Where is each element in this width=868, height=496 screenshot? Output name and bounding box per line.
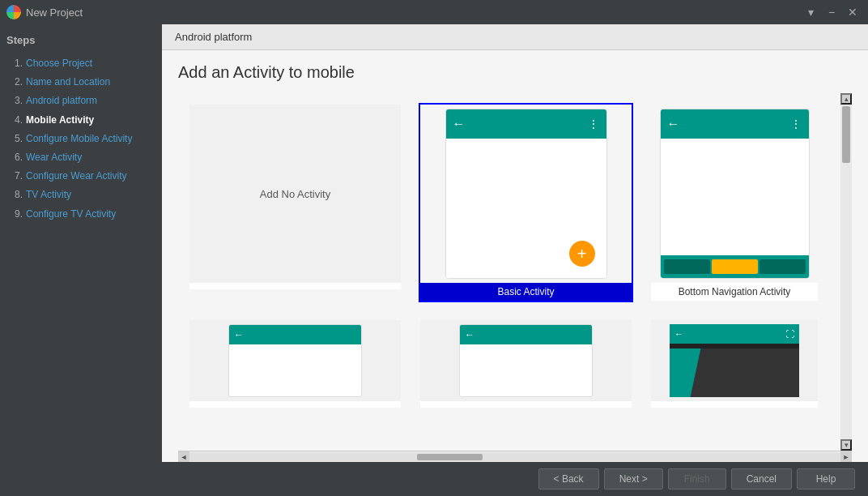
step-2: 2. Name and Location [6, 73, 155, 92]
small-phone-2: ← [459, 324, 593, 397]
empty-views-preview: ← [189, 320, 401, 401]
hscroll-thumb[interactable] [417, 454, 482, 460]
step-5-label[interactable]: Configure Mobile Activity [26, 131, 132, 147]
content-title: Add an Activity to mobile [178, 63, 852, 82]
window-close-button[interactable]: ✕ [844, 3, 862, 21]
step-3: 3. Android platform [6, 92, 155, 110]
bottom-nav-back-icon: ← [667, 117, 680, 131]
no-activity-label [189, 283, 401, 289]
fullscreen-expand-icon: ⛶ [785, 329, 794, 339]
vertical-scrollbar-thumb[interactable] [842, 106, 850, 163]
activity-bottom-nav[interactable]: ← ⋮ Bottom Naviga [649, 103, 819, 302]
fullscreen-preview: ← ⛶ [651, 320, 818, 401]
bottom-nav-preview: ← ⋮ [651, 105, 818, 283]
bottom-nav-phone-mockup: ← ⋮ [660, 109, 810, 279]
no-activity-preview: Add No Activity [189, 105, 401, 283]
step-1: 1. Choose Project [6, 54, 155, 73]
step-6-label[interactable]: Wear Activity [26, 150, 82, 165]
horizontal-scrollbar: ◄ ► [178, 451, 852, 462]
step-6: 6. Wear Activity [6, 148, 155, 167]
step-4: 4. Mobile Activity [6, 111, 155, 130]
basic-phone-body: + [446, 139, 606, 278]
sidebar: Steps 1. Choose Project 2. Name and Loca… [0, 24, 162, 462]
title-bar-left: New Project [6, 5, 83, 19]
hscroll-right-button[interactable]: ► [840, 451, 852, 463]
vertical-scrollbar-track [840, 105, 852, 439]
window-dropdown-button[interactable]: ▾ [802, 3, 819, 21]
step-9-label[interactable]: Configure TV Activity [26, 207, 116, 222]
content-panel: Android platform Add an Activity to mobi… [162, 24, 868, 462]
basic-activity-label: Basic Activity [420, 283, 632, 301]
scroll-up-button[interactable]: ▴ [840, 93, 852, 105]
nav-item-1 [664, 259, 710, 274]
basic-activity-preview: ← ⋮ + [420, 105, 632, 283]
step-8: 8. TV Activity [6, 186, 155, 204]
step-8-label[interactable]: TV Activity [26, 187, 71, 203]
menu-dots-icon: ⋮ [588, 118, 600, 130]
steps-list: 1. Choose Project 2. Name and Location 3… [6, 54, 155, 224]
fullscreen-back-icon: ← [674, 329, 683, 339]
small-phone-1: ← [228, 324, 362, 397]
back-button[interactable]: < Back [538, 468, 599, 490]
finish-button[interactable]: Finish [668, 468, 726, 490]
step-1-label[interactable]: Choose Project [26, 56, 92, 71]
content-header: Android platform [162, 24, 868, 50]
small-phone-1-header: ← [229, 325, 361, 344]
help-button[interactable]: Help [797, 468, 855, 490]
back-arrow-icon: ← [453, 117, 466, 131]
fullscreen-phone-mockup: ← ⛶ [670, 324, 799, 397]
footer: < Back Next > Finish Cancel Help [0, 462, 868, 496]
scroll-down-button[interactable]: ▾ [840, 439, 852, 451]
next-button[interactable]: Next > [604, 468, 663, 490]
activity-no-activity[interactable]: Add No Activity [188, 103, 402, 302]
bottom-nav-menu-icon: ⋮ [790, 118, 802, 130]
fragment-preview: ← [420, 320, 632, 401]
empty-views-label [189, 401, 401, 408]
nav-item-2 [712, 259, 758, 274]
sidebar-heading: Steps [6, 34, 155, 46]
window-controls: ▾ − ✕ [802, 3, 862, 21]
activity-empty-views[interactable]: ← [188, 319, 402, 409]
small-phone-2-header: ← [460, 325, 592, 344]
step-2-label[interactable]: Name and Location [26, 75, 110, 90]
small-back-icon-1: ← [234, 329, 244, 340]
nav-item-3 [760, 259, 806, 274]
step-7-label[interactable]: Configure Wear Activity [26, 169, 127, 184]
bottom-nav-phone-body [661, 139, 809, 255]
step-5: 5. Configure Mobile Activity [6, 130, 155, 148]
fullscreen-label [651, 401, 818, 408]
activity-fullscreen[interactable]: ← ⛶ [649, 319, 819, 409]
fullscreen-phone-header: ← ⛶ [670, 324, 799, 344]
hscroll-left-button[interactable]: ◄ [178, 451, 189, 463]
basic-phone-mockup: ← ⋮ + [445, 109, 607, 279]
activity-basic[interactable]: ← ⋮ + Basic Activity [419, 103, 633, 302]
step-4-label[interactable]: Mobile Activity [26, 113, 94, 128]
step-3-label[interactable]: Android platform [26, 93, 97, 109]
title-bar: New Project ▾ − ✕ [0, 0, 868, 24]
activity-grid-container: ▴ ▾ Add No Activity [178, 93, 852, 451]
activity-fragment[interactable]: ← [419, 319, 633, 409]
basic-phone-header: ← ⋮ [446, 109, 606, 139]
fab-button: + [569, 241, 595, 267]
content-body: Add an Activity to mobile ▴ ▾ Add No Act… [162, 50, 868, 462]
app-logo-icon [6, 5, 21, 19]
no-activity-label-inside: Add No Activity [189, 105, 401, 283]
hscroll-track [189, 453, 840, 461]
step-9: 9. Configure TV Activity [6, 205, 155, 224]
fullscreen-diagonal [670, 348, 799, 397]
small-back-icon-2: ← [465, 329, 474, 340]
step-7: 7. Configure Wear Activity [6, 167, 155, 186]
fragment-label [420, 401, 632, 408]
main-area: Steps 1. Choose Project 2. Name and Loca… [0, 24, 868, 462]
bottom-nav-phone-header: ← ⋮ [661, 109, 809, 139]
window-title: New Project [26, 6, 83, 19]
bottom-nav-bar [661, 255, 809, 278]
bottom-nav-activity-label: Bottom Navigation Activity [651, 283, 818, 301]
window-minimize-button[interactable]: − [823, 3, 840, 21]
activity-inner-grid: Add No Activity ← ⋮ [178, 93, 840, 451]
cancel-button[interactable]: Cancel [731, 468, 792, 490]
